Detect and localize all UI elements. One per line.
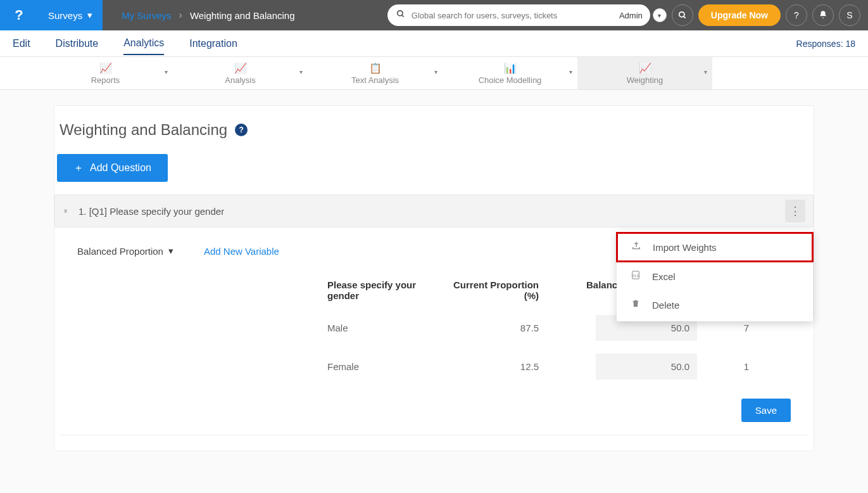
chevron-down-icon: ▾ (168, 245, 173, 257)
help-icon: ? (794, 10, 799, 20)
collapse-toggle[interactable]: ⌄ ⌃ (63, 206, 68, 216)
tool-label: Text Analysis (351, 75, 399, 85)
tool-text-analysis[interactable]: 📋 Text Analysis ▾ (308, 57, 443, 89)
tool-label: Analysis (225, 75, 255, 85)
question-menu-button[interactable]: ⋮ (785, 200, 805, 222)
tool-reports[interactable]: 📈 Reports ▾ (38, 57, 173, 89)
kebab-icon: ⋮ (789, 204, 801, 218)
search-button[interactable] (672, 4, 693, 26)
svg-point-2 (679, 12, 684, 17)
tool-analysis[interactable]: 📈 Analysis ▾ (173, 57, 308, 89)
avatar-button[interactable]: S (839, 4, 860, 26)
brand-logo-letter: ? (15, 7, 23, 23)
proportion-type-dropdown[interactable]: Balanced Proportion ▾ (77, 245, 173, 257)
add-question-button[interactable]: ＋ Add Question (57, 154, 168, 182)
trash-icon (629, 298, 642, 311)
row-current: 12.5 (443, 347, 544, 386)
row-current: 87.5 (443, 309, 544, 347)
chevron-down-icon: ▾ (569, 68, 572, 75)
svg-line-1 (402, 15, 404, 17)
chart-icon: 📈 (639, 62, 651, 74)
tab-distribute[interactable]: Distribute (56, 33, 99, 54)
help-icon[interactable]: ? (235, 124, 248, 136)
upgrade-button[interactable]: Upgrade Now (698, 4, 781, 26)
balanced-input[interactable]: 50.0 (596, 354, 697, 380)
chart-icon: 📈 (234, 62, 247, 74)
save-button[interactable]: Save (741, 399, 791, 422)
divider (60, 435, 808, 435)
row-count: 1 (702, 347, 791, 386)
global-search[interactable]: Admin (387, 4, 650, 26)
upload-icon (630, 241, 643, 253)
svg-point-0 (398, 11, 403, 16)
chevron-down-icon: ▾ (434, 68, 437, 75)
notifications-button[interactable] (812, 4, 834, 26)
tool-label: Choice Modelling (479, 75, 542, 85)
tool-weighting[interactable]: 📈 Weighting ▾ (577, 57, 712, 89)
search-scope-dropdown[interactable]: ▾ (653, 8, 667, 22)
add-question-label: Add Question (90, 162, 151, 174)
row-label: Female (322, 347, 443, 386)
tab-integration[interactable]: Integration (189, 33, 237, 54)
tab-analytics[interactable]: Analytics (123, 32, 164, 55)
brand-logo[interactable]: ? (0, 0, 38, 30)
menu-delete[interactable]: Delete (617, 291, 813, 319)
breadcrumb-current: Weighting and Balancing (190, 10, 295, 21)
menu-excel[interactable]: XLS Excel (617, 262, 813, 291)
responses-count[interactable]: Responses: 18 (796, 39, 855, 49)
page-title-text: Weighting and Balancing (60, 121, 227, 139)
chevron-down-icon: ▾ (704, 68, 707, 75)
surveys-label: Surveys (48, 10, 82, 21)
topbar: ? Surveys ▾ My Surveys › Weighting and B… (0, 0, 868, 30)
col-header-question: Please specify your gender (322, 272, 443, 309)
document-icon: 📋 (369, 62, 382, 74)
avatar-initial: S (846, 10, 852, 20)
menu-label: Delete (652, 300, 679, 311)
weighting-panel: Weighting and Balancing ? ＋ Add Question… (54, 105, 814, 451)
menu-import-weights[interactable]: Import Weights (616, 232, 814, 262)
search-scope-label: Admin (615, 11, 646, 20)
surveys-dropdown[interactable]: Surveys ▾ (38, 0, 103, 30)
content-area: Weighting and Balancing ? ＋ Add Question… (0, 90, 868, 466)
chevron-down-icon: ▾ (87, 10, 92, 21)
svg-text:XLS: XLS (632, 274, 639, 278)
add-variable-link[interactable]: Add New Variable (204, 246, 279, 257)
question-actions-menu: Import Weights XLS Excel Delete (617, 230, 813, 321)
table-row: Female 12.5 50.0 1 (77, 347, 791, 386)
col-header-current: Current Proportion (%) (443, 272, 544, 309)
tab-edit[interactable]: Edit (13, 33, 30, 54)
bell-icon (819, 10, 827, 21)
tools-tabs: 📈 Reports ▾ 📈 Analysis ▾ 📋 Text Analysis… (0, 57, 868, 90)
question-title: 1. [Q1] Please specify your gender (79, 206, 224, 217)
global-search-input[interactable] (412, 11, 608, 20)
tool-label: Weighting (627, 75, 664, 85)
chevron-down-icon: ▾ (299, 68, 303, 75)
tool-choice-modelling[interactable]: 📊 Choice Modelling ▾ (443, 57, 577, 89)
menu-label: Import Weights (653, 242, 717, 253)
subnav: Edit Distribute Analytics Integration Re… (0, 30, 868, 57)
chevron-down-icon: ▾ (165, 68, 168, 75)
save-row: Save (54, 386, 814, 427)
breadcrumb-root[interactable]: My Surveys (122, 10, 171, 21)
proportion-type-label: Balanced Proportion (77, 246, 163, 257)
row-label: Male (322, 309, 443, 347)
chevron-right-icon: › (179, 10, 182, 21)
help-button[interactable]: ? (786, 4, 807, 26)
question-header[interactable]: ⌄ ⌃ 1. [Q1] Please specify your gender ⋮… (54, 195, 814, 227)
chevron-up-icon: ⌃ (63, 211, 68, 216)
menu-label: Excel (652, 271, 676, 282)
search-icon (396, 10, 405, 21)
chart-icon: 📈 (99, 62, 112, 74)
chart-icon: 📊 (504, 62, 517, 74)
tool-label: Reports (91, 75, 120, 85)
breadcrumb: My Surveys › Weighting and Balancing (122, 10, 294, 21)
plus-icon: ＋ (73, 162, 84, 175)
excel-icon: XLS (629, 269, 642, 283)
svg-line-3 (684, 16, 686, 18)
page-title: Weighting and Balancing ? (54, 121, 814, 154)
